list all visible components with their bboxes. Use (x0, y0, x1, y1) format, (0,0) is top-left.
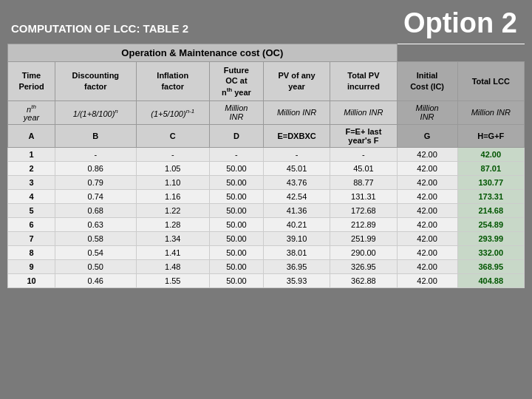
cell-e: 45.01 (263, 162, 330, 176)
cell-period: 7 (8, 232, 55, 246)
cell-d: 50.00 (209, 204, 263, 218)
letter-h: H=G+F (457, 125, 524, 148)
cell-e: 39.10 (263, 232, 330, 246)
cell-b: 0.74 (55, 190, 137, 204)
page: COMPUTATION OF LCC: TABLE 2 Option 2 Ope… (0, 0, 532, 399)
cell-h: 214.68 (457, 204, 524, 218)
cell-period: 1 (8, 148, 55, 162)
cell-period: 8 (8, 246, 55, 260)
cell-d: 50.00 (209, 232, 263, 246)
table-row: 80.541.4150.0038.01290.0042.00332.00 (8, 246, 525, 260)
letter-e: E=DXBXC (263, 125, 330, 148)
cell-c: 1.22 (136, 204, 209, 218)
col-header-discount: Discountingfactor (55, 62, 137, 101)
cell-c: - (136, 148, 209, 162)
cell-c: 1.48 (136, 260, 209, 274)
cell-g: 42.00 (397, 204, 457, 218)
letter-g: G (397, 125, 457, 148)
cell-h: 293.99 (457, 232, 524, 246)
unit-total-lcc: Million INR (457, 100, 524, 125)
computation-title: COMPUTATION OF LCC: TABLE 2 (7, 7, 188, 35)
cell-h: 404.88 (457, 274, 524, 288)
table-row: 60.631.2850.0040.21212.8942.00254.89 (8, 218, 525, 232)
cell-b: 0.50 (55, 260, 137, 274)
cell-e: 43.76 (263, 176, 330, 190)
cell-g: 42.00 (397, 232, 457, 246)
letter-a: A (8, 125, 55, 148)
cell-d: 50.00 (209, 190, 263, 204)
table-row: 40.741.1650.0042.54131.3142.00173.31 (8, 190, 525, 204)
cell-d: 50.00 (209, 162, 263, 176)
cell-f: 212.89 (330, 218, 397, 232)
cell-e: - (263, 148, 330, 162)
section-header: Operation & Maintenance cost (OC) (8, 44, 398, 62)
table-row: 1-----42.0042.00 (8, 148, 525, 162)
cell-e: 41.36 (263, 204, 330, 218)
cell-c: 1.55 (136, 274, 209, 288)
cell-d: 50.00 (209, 246, 263, 260)
unit-inflation: (1+5/100)n-1 (136, 100, 209, 125)
cell-c: 1.05 (136, 162, 209, 176)
unit-discount: 1/(1+8/100)n (55, 100, 137, 125)
col-header-total-lcc: Total LCC (457, 62, 524, 101)
cell-f: 172.68 (330, 204, 397, 218)
cell-c: 1.10 (136, 176, 209, 190)
letter-b: B (55, 125, 137, 148)
cell-b: - (55, 148, 137, 162)
table-row: 30.791.1050.0043.7688.7742.00130.77 (8, 176, 525, 190)
table-body: 1-----42.0042.0020.861.0550.0045.0145.01… (8, 148, 525, 288)
cell-g: 42.00 (397, 260, 457, 274)
cell-b: 0.86 (55, 162, 137, 176)
col-header-future-oc: FutureOC atnth year (209, 62, 263, 101)
col-header-initial-cost: InitialCost (IC) (397, 62, 457, 101)
unit-pv-year: Million INR (263, 100, 330, 125)
cell-period: 6 (8, 218, 55, 232)
cell-b: 0.63 (55, 218, 137, 232)
cell-f: 362.88 (330, 274, 397, 288)
unit-total-pv: Million INR (330, 100, 397, 125)
option-title: Option 2 (403, 7, 525, 39)
letter-c: C (136, 125, 209, 148)
cell-b: 0.46 (55, 274, 137, 288)
cell-e: 38.01 (263, 246, 330, 260)
cell-h: 87.01 (457, 162, 524, 176)
col-header-period: TimePeriod (8, 62, 55, 101)
table-row: 90.501.4850.0036.95326.9542.00368.95 (8, 260, 525, 274)
cell-e: 40.21 (263, 218, 330, 232)
cell-d: - (209, 148, 263, 162)
cell-d: 50.00 (209, 218, 263, 232)
cell-g: 42.00 (397, 176, 457, 190)
cell-c: 1.41 (136, 246, 209, 260)
cell-f: - (330, 148, 397, 162)
cell-h: 368.95 (457, 260, 524, 274)
cell-f: 290.00 (330, 246, 397, 260)
cell-period: 4 (8, 190, 55, 204)
cell-c: 1.34 (136, 232, 209, 246)
cell-period: 10 (8, 274, 55, 288)
cell-g: 42.00 (397, 274, 457, 288)
cell-period: 2 (8, 162, 55, 176)
cell-b: 0.68 (55, 204, 137, 218)
cell-h: 173.31 (457, 190, 524, 204)
cell-d: 50.00 (209, 274, 263, 288)
cell-e: 35.93 (263, 274, 330, 288)
letter-d: D (209, 125, 263, 148)
cell-f: 45.01 (330, 162, 397, 176)
col-header-pv-year: PV of anyyear (263, 62, 330, 101)
cell-c: 1.16 (136, 190, 209, 204)
cell-b: 0.54 (55, 246, 137, 260)
cell-g: 42.00 (397, 148, 457, 162)
title-area: COMPUTATION OF LCC: TABLE 2 Option 2 (7, 7, 525, 39)
letter-f: F=E+ lastyear's F (330, 125, 397, 148)
cell-g: 42.00 (397, 246, 457, 260)
cell-e: 42.54 (263, 190, 330, 204)
cell-f: 326.95 (330, 260, 397, 274)
table-row: 50.681.2250.0041.36172.6842.00214.68 (8, 204, 525, 218)
unit-future-oc: MillionINR (209, 100, 263, 125)
cell-h: 42.00 (457, 148, 524, 162)
cell-d: 50.00 (209, 260, 263, 274)
unit-initial-cost: MillionINR (397, 100, 457, 125)
cell-period: 5 (8, 204, 55, 218)
cell-f: 131.31 (330, 190, 397, 204)
cell-f: 88.77 (330, 176, 397, 190)
